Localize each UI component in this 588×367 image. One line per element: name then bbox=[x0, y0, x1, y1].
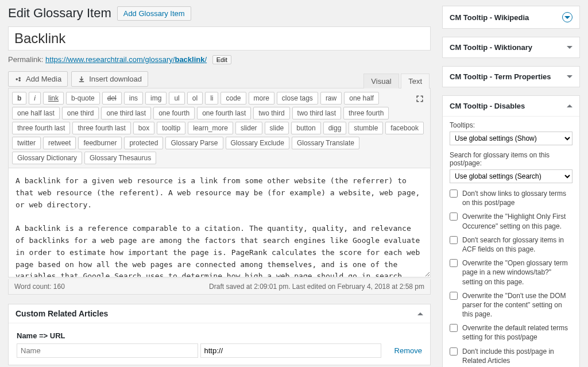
custom-related-articles-box: Custom Related Articles Name => URL Remo… bbox=[8, 304, 431, 365]
sidebox-term-props-header[interactable]: CM Tooltip - Term Properties bbox=[443, 67, 579, 87]
disable-check-row: Overwrite the default related terms sett… bbox=[450, 323, 572, 342]
quicktag-Glossary-Translate[interactable]: Glossary Translate bbox=[292, 137, 359, 149]
related-url-input[interactable] bbox=[200, 343, 382, 358]
download-icon bbox=[78, 75, 86, 83]
custom-related-articles-header[interactable]: Custom Related Articles bbox=[9, 304, 430, 323]
related-name-input[interactable] bbox=[17, 343, 198, 358]
quicktag-one-half-last[interactable]: one half last bbox=[12, 107, 60, 119]
quicktag-box[interactable]: box bbox=[133, 122, 154, 134]
sidebox-wiktionary-header[interactable]: CM Tooltip - Wiktionary bbox=[443, 37, 579, 57]
sidebox-wikipedia-header[interactable]: CM Tooltip - Wikipedia bbox=[443, 6, 579, 28]
disable-check-label: Overwrite the "Don't use the DOM parser … bbox=[462, 291, 572, 319]
disable-checkbox-0[interactable] bbox=[450, 190, 458, 198]
insert-download-button[interactable]: Insert download bbox=[71, 71, 148, 87]
disable-check-row: Don't search for glossary items in ACF f… bbox=[450, 235, 572, 254]
related-row: Remove bbox=[16, 342, 423, 359]
caret-up-icon bbox=[567, 105, 572, 107]
quicktag-del[interactable]: del bbox=[102, 92, 122, 105]
quicktag-three-fourth[interactable]: three fourth bbox=[343, 107, 389, 119]
disable-check-label: Overwrite the default related terms sett… bbox=[462, 323, 572, 342]
quicktag-li[interactable]: li bbox=[205, 92, 218, 105]
quicktag-two-third-last[interactable]: two third last bbox=[292, 107, 341, 119]
fullscreen-icon[interactable] bbox=[415, 94, 424, 103]
disable-check-row: Don't show links to glossary terms on th… bbox=[450, 189, 572, 207]
circle-caret-icon bbox=[562, 12, 572, 22]
tooltips-select[interactable]: Use global settings (Show) bbox=[450, 132, 572, 145]
tab-text[interactable]: Text bbox=[401, 74, 430, 88]
tab-visual[interactable]: Visual bbox=[363, 74, 399, 88]
quicktag-tooltip[interactable]: tooltip bbox=[157, 122, 185, 134]
quicktag-ul[interactable]: ul bbox=[169, 92, 184, 105]
disable-check-label: Overwrite the "Open glossary term page i… bbox=[462, 258, 572, 287]
quicktag-i[interactable]: i bbox=[29, 92, 41, 105]
disable-check-label: Don't search for glossary items in ACF f… bbox=[462, 235, 572, 254]
add-media-button[interactable]: Add Media bbox=[8, 71, 68, 87]
related-header-label: Name => URL bbox=[16, 329, 423, 342]
quicktag-retweet[interactable]: retweet bbox=[43, 137, 76, 149]
quicktag-three-fourth-last[interactable]: three fourth last bbox=[72, 122, 130, 134]
add-glossary-item-button[interactable]: Add Glossary Item bbox=[117, 6, 191, 21]
quicktag-slide[interactable]: slide bbox=[265, 122, 289, 134]
quicktag-Glossary-Dictionary[interactable]: Glossary Dictionary bbox=[12, 152, 82, 164]
quicktag-ol[interactable]: ol bbox=[187, 92, 203, 105]
disable-checkbox-1[interactable] bbox=[450, 213, 458, 221]
tooltips-label: Tooltips: bbox=[450, 121, 572, 129]
disable-checkbox-2[interactable] bbox=[450, 236, 458, 244]
quicktag-close-tags[interactable]: close tags bbox=[277, 92, 318, 105]
quicktag-button[interactable]: button bbox=[291, 122, 320, 134]
quicktag-stumble[interactable]: stumble bbox=[349, 122, 383, 134]
quicktag-img[interactable]: img bbox=[145, 92, 167, 105]
quicktag-three-fourth-last[interactable]: three fourth last bbox=[12, 122, 70, 134]
quicktag-two-third[interactable]: two third bbox=[253, 107, 289, 119]
quicktag-one-third[interactable]: one third bbox=[62, 107, 99, 119]
quicktag-ins[interactable]: ins bbox=[124, 92, 143, 105]
quicktag-one-third-last[interactable]: one third last bbox=[101, 107, 151, 119]
quicktag-b[interactable]: b bbox=[12, 92, 26, 105]
disable-check-row: Overwrite the "Don't use the DOM parser … bbox=[450, 291, 572, 319]
disable-check-row: Overwrite the "Open glossary term page i… bbox=[450, 258, 572, 287]
quicktag-one-fourth-last[interactable]: one fourth last bbox=[197, 107, 251, 119]
quicktag-twitter[interactable]: twitter bbox=[12, 137, 41, 149]
page-title: Edit Glossary Item bbox=[8, 6, 111, 21]
related-remove-link[interactable]: Remove bbox=[394, 346, 422, 355]
disable-check-label: Don't show links to glossary terms on th… bbox=[462, 189, 572, 207]
quicktag-protected[interactable]: protected bbox=[124, 137, 163, 149]
quicktag-slider[interactable]: slider bbox=[235, 122, 262, 134]
post-title-input[interactable] bbox=[8, 26, 431, 51]
quicktag-code[interactable]: code bbox=[220, 92, 246, 105]
quicktag-facebook[interactable]: facebook bbox=[385, 122, 424, 134]
word-count: Word count: 160 bbox=[14, 283, 65, 291]
search-select[interactable]: Use global settings (Search) bbox=[450, 169, 572, 183]
quicktag-b-quote[interactable]: b-quote bbox=[66, 92, 100, 105]
svg-point-2 bbox=[18, 79, 21, 82]
permalink-link[interactable]: https://www.researchtrail.com/glossary/b… bbox=[45, 55, 207, 64]
caret-down-icon bbox=[567, 75, 572, 78]
disable-checkbox-6[interactable] bbox=[450, 347, 458, 356]
quicktag-link[interactable]: link bbox=[43, 92, 64, 105]
quicktag-Glossary-Exclude[interactable]: Glossary Exclude bbox=[226, 137, 289, 149]
caret-down-icon bbox=[567, 46, 572, 49]
quicktag-one-half[interactable]: one half bbox=[344, 92, 379, 105]
svg-point-0 bbox=[16, 78, 18, 80]
quicktag-feedburner[interactable]: feedburner bbox=[78, 137, 122, 149]
quicktag-raw[interactable]: raw bbox=[320, 92, 342, 105]
quicktag-Glossary-Parse[interactable]: Glossary Parse bbox=[165, 137, 223, 149]
permalink-label: Permalink: bbox=[8, 55, 43, 64]
disable-checkbox-4[interactable] bbox=[450, 292, 458, 300]
sidebox-disables-header[interactable]: CM Tooltip - Disables bbox=[443, 96, 579, 116]
caret-up-icon bbox=[417, 312, 423, 315]
content-textarea[interactable]: A backlink for a given web resource is a… bbox=[8, 168, 431, 277]
search-label: Search for glossary items on this post/p… bbox=[450, 151, 572, 167]
quicktag-digg[interactable]: digg bbox=[323, 122, 347, 134]
quicktag-more[interactable]: more bbox=[249, 92, 274, 105]
media-icon bbox=[14, 75, 22, 83]
disable-checkbox-5[interactable] bbox=[450, 324, 458, 332]
quicktag-learn_more[interactable]: learn_more bbox=[188, 122, 233, 134]
edit-slug-button[interactable]: Edit bbox=[212, 55, 231, 64]
quicktag-one-fourth[interactable]: one fourth bbox=[153, 107, 195, 119]
quicktag-Glossary-Thesaurus[interactable]: Glossary Thesaurus bbox=[84, 152, 156, 164]
permalink-row: Permalink: https://www.researchtrail.com… bbox=[8, 53, 431, 71]
disable-check-row: Overwrite the "Highlight Only First Occu… bbox=[450, 212, 572, 230]
disable-checkbox-3[interactable] bbox=[450, 259, 458, 267]
editor-status-bar: Word count: 160 Draft saved at 2:09:01 p… bbox=[8, 279, 431, 295]
